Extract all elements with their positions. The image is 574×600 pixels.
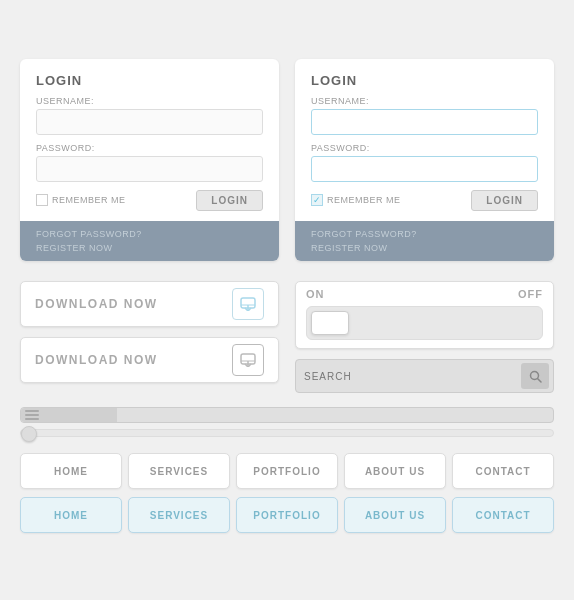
search-button[interactable] — [521, 363, 549, 389]
register-link-1[interactable]: REGISTER NOW — [36, 241, 263, 255]
toggle-on-label: ON — [306, 288, 325, 300]
remember-label-1[interactable]: REMEMBER ME — [36, 194, 126, 206]
password-input-2[interactable] — [311, 156, 538, 182]
remember-checkbox-2[interactable]: ✓ — [311, 194, 323, 206]
nav-btn-portfolio-active[interactable]: PORTFOLIO — [236, 497, 338, 533]
slider-thumb[interactable] — [21, 426, 37, 442]
progress-row — [20, 407, 554, 437]
toggle-off-label: OFF — [518, 288, 543, 300]
username-label-1: USERNAME: — [36, 96, 263, 106]
download-button-1[interactable]: DOWNLOAD NOW — [20, 281, 279, 327]
progress-bar-fill — [21, 408, 117, 422]
download-label-2: DOWNLOAD NOW — [35, 353, 158, 367]
nav-btn-contact-active[interactable]: CONTACT — [452, 497, 554, 533]
login-button-2[interactable]: LOGIN — [471, 190, 538, 211]
login-title-1: LOGIN — [36, 73, 263, 88]
progress-line-1 — [25, 410, 39, 412]
register-link-2[interactable]: REGISTER NOW — [311, 241, 538, 255]
download-label-1: DOWNLOAD NOW — [35, 297, 158, 311]
toggle-container: ON OFF — [295, 281, 554, 349]
progress-line-2 — [25, 414, 39, 416]
login-card-2: LOGIN USERNAME: PASSWORD: ✓ REMEMBER ME … — [295, 59, 554, 262]
username-input-1[interactable] — [36, 109, 263, 135]
forgot-password-link-1[interactable]: FORGOT PASSWORD? — [36, 227, 263, 241]
middle-row: DOWNLOAD NOW DOWNLOAD NOW — [20, 281, 554, 393]
username-label-2: USERNAME: — [311, 96, 538, 106]
nav-btn-home[interactable]: HOME — [20, 453, 122, 489]
username-input-2[interactable] — [311, 109, 538, 135]
nav-btn-services[interactable]: SERVICES — [128, 453, 230, 489]
nav-row-default: HOME SERVICES PORTFOLIO ABOUT US CONTACT — [20, 453, 554, 489]
search-input[interactable] — [304, 371, 521, 382]
toggle-track[interactable] — [306, 306, 543, 340]
password-input-1[interactable] — [36, 156, 263, 182]
nav-btn-contact[interactable]: CONTACT — [452, 453, 554, 489]
download-button-2[interactable]: DOWNLOAD NOW — [20, 337, 279, 383]
login-title-2: LOGIN — [311, 73, 538, 88]
login-footer-2: FORGOT PASSWORD? REGISTER NOW — [295, 221, 554, 262]
password-label-2: PASSWORD: — [311, 143, 538, 153]
nav-btn-home-active[interactable]: HOME — [20, 497, 122, 533]
download-icon-1 — [232, 288, 264, 320]
slider-bar[interactable] — [20, 429, 554, 437]
search-container — [295, 359, 554, 393]
remember-checkbox-1[interactable] — [36, 194, 48, 206]
progress-line-3 — [25, 418, 39, 420]
toggle-thumb — [311, 311, 349, 335]
nav-btn-about-active[interactable]: ABOUT US — [344, 497, 446, 533]
forgot-password-link-2[interactable]: FORGOT PASSWORD? — [311, 227, 538, 241]
remember-label-2[interactable]: ✓ REMEMBER ME — [311, 194, 401, 206]
nav-btn-about[interactable]: ABOUT US — [344, 453, 446, 489]
progress-lines-icon — [25, 410, 39, 420]
page-container: LOGIN USERNAME: PASSWORD: REMEMBER ME LO… — [0, 39, 574, 562]
toggle-search-col: ON OFF — [295, 281, 554, 393]
password-label-1: PASSWORD: — [36, 143, 263, 153]
login-footer-1: FORGOT PASSWORD? REGISTER NOW — [20, 221, 279, 262]
download-col: DOWNLOAD NOW DOWNLOAD NOW — [20, 281, 279, 393]
nav-btn-portfolio[interactable]: PORTFOLIO — [236, 453, 338, 489]
svg-line-7 — [537, 378, 541, 382]
nav-btn-services-active[interactable]: SERVICES — [128, 497, 230, 533]
login-button-1[interactable]: LOGIN — [196, 190, 263, 211]
login-row: LOGIN USERNAME: PASSWORD: REMEMBER ME LO… — [20, 59, 554, 262]
toggle-labels: ON OFF — [306, 288, 543, 300]
progress-bar — [20, 407, 554, 423]
download-icon-2 — [232, 344, 264, 376]
login-card-1: LOGIN USERNAME: PASSWORD: REMEMBER ME LO… — [20, 59, 279, 262]
nav-row-active: HOME SERVICES PORTFOLIO ABOUT US CONTACT — [20, 497, 554, 533]
